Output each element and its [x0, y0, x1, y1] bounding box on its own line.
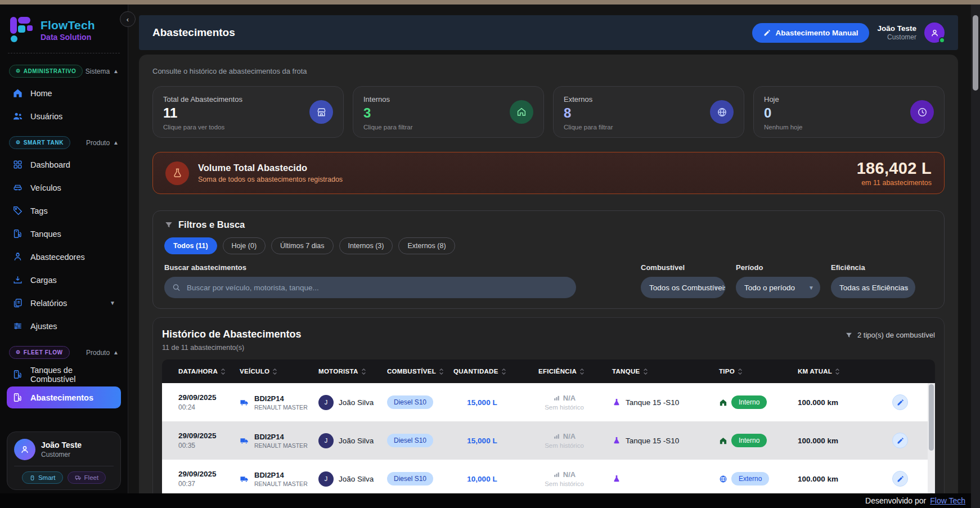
selected-value: Todas as Eficiências: [839, 284, 908, 292]
home-icon: [719, 398, 727, 407]
chip-hoje[interactable]: Hoje (0): [223, 237, 266, 254]
column-header-km-atual[interactable]: KM ATUAL: [792, 368, 865, 375]
sidebar-section-smart-tank[interactable]: ⚙SMART TANK Produto▲: [9, 136, 119, 149]
chevron-up-icon: ▲: [113, 140, 119, 146]
column-header-combustivel[interactable]: COMBUSTÍVEL: [381, 368, 448, 375]
page-scrollbar[interactable]: [971, 0, 980, 508]
person-icon: [930, 28, 939, 38]
table-scrollbar[interactable]: ▼: [928, 383, 935, 493]
row-date: 29/09/2025: [178, 470, 234, 478]
smart-product-button[interactable]: Smart: [22, 471, 63, 484]
home-icon: [12, 88, 23, 98]
flow-tech-link[interactable]: Flow Tech: [930, 496, 965, 505]
abastecimento-manual-button[interactable]: Abastecimento Manual: [752, 23, 869, 43]
sidebar-item-tags[interactable]: Tags: [7, 200, 121, 222]
tag-icon: [12, 205, 23, 216]
sidebar-item-cargas[interactable]: Cargas: [7, 269, 121, 291]
fuel-badge: Diesel S10: [387, 395, 433, 409]
column-header-tipo[interactable]: TIPO: [713, 368, 792, 375]
selected-value: Todo o período: [744, 284, 795, 292]
sidebar-item-home[interactable]: Home: [7, 82, 121, 104]
eficiencia-select[interactable]: Todas as Eficiências ▼: [831, 277, 915, 298]
fuel-pump-icon: [12, 369, 23, 380]
sidebar-item-relatorios[interactable]: Relatórios ▼: [7, 292, 121, 314]
chevron-down-icon: ▼: [808, 285, 814, 291]
stat-card-hoje[interactable]: Hoje 0 Nenhum hoje: [753, 86, 945, 138]
combustivel-label: Combustível: [641, 263, 725, 272]
combustivel-select[interactable]: Todos os Combustíveis ▼: [641, 277, 725, 298]
efficiency-note: Sem histórico: [522, 404, 606, 411]
car-icon: [12, 182, 23, 193]
stat-value: 0: [764, 105, 934, 121]
sort-icon: [835, 368, 840, 375]
chevron-up-icon: ▲: [113, 349, 119, 356]
efficiency-value: N/A: [563, 394, 576, 402]
sidebar-item-label: Relatórios: [30, 299, 67, 308]
sidebar-section-fleet-flow[interactable]: ⚙FLEET FLOW Produto▲: [9, 346, 119, 359]
sidebar-section-administrativo[interactable]: ⚙ADMINISTRATIVO Sistema▲: [9, 65, 119, 78]
sidebar-item-tanques-combustivel[interactable]: Tanques de Combustível: [7, 363, 121, 385]
funnel-icon: [164, 221, 173, 230]
sidebar-item-tanques[interactable]: Tanques: [7, 223, 121, 245]
chip-todos[interactable]: Todos (11): [164, 237, 217, 254]
driver-avatar: J: [318, 395, 334, 410]
sidebar-item-abastecedores[interactable]: Abastecedores: [7, 246, 121, 268]
sort-icon: [501, 368, 506, 375]
sidebar-collapse-button[interactable]: ‹: [120, 11, 136, 27]
column-header-motorista[interactable]: MOTORISTA: [313, 368, 381, 375]
stat-card-externos[interactable]: Externos 8 Clique para filtrar: [553, 86, 744, 138]
stat-card-internos[interactable]: Internos 3 Clique para filtrar: [353, 86, 544, 138]
sidebar-item-abastecimentos[interactable]: Abastecimentos: [7, 386, 121, 408]
edit-button[interactable]: [892, 471, 908, 487]
sidebar-item-usuarios[interactable]: Usuários: [7, 105, 121, 127]
header-avatar[interactable]: [924, 23, 945, 43]
table-row[interactable]: 29/09/202500:37 BDI2P14RENAULT MASTER JJ…: [162, 460, 935, 493]
edit-button[interactable]: [892, 394, 908, 410]
column-header-data-hora[interactable]: DATA/HORA: [162, 368, 234, 375]
column-header-veiculo[interactable]: VEÍCULO: [234, 368, 313, 375]
vehicle-plate: BDI2P14: [254, 433, 308, 441]
sort-icon: [643, 368, 648, 375]
sidebar-item-dashboard[interactable]: Dashboard: [7, 154, 121, 176]
chevron-down-icon: ▼: [903, 285, 909, 291]
column-header-eficiencia[interactable]: EFICIÊNCIA: [516, 368, 606, 375]
edit-button[interactable]: [892, 433, 908, 448]
fleet-label: Fleet: [84, 474, 99, 481]
chip-externos[interactable]: Externos (8): [398, 237, 455, 254]
chip-internos[interactable]: Internos (3): [339, 237, 393, 254]
sidebar: FlowTech Data Solution ⚙ADMINISTRATIVO S…: [0, 5, 128, 493]
sidebar-item-ajustes[interactable]: Ajustes: [7, 315, 121, 337]
history-count: 11 de 11 abastecimento(s): [162, 344, 301, 352]
type-badge: Externo: [731, 472, 769, 485]
filters-card: Filtros e Busca Todos (11) Hoje (0) Últi…: [152, 210, 945, 309]
row-time: 00:35: [178, 442, 234, 449]
column-header-quantidade[interactable]: QUANTIDADE: [448, 368, 516, 375]
sort-icon: [738, 368, 743, 375]
periodo-select[interactable]: Todo o período ▼: [736, 277, 820, 298]
brand-logo: FlowTech Data Solution: [7, 5, 121, 53]
chip-ultimos-7-dias[interactable]: Últimos 7 dias: [271, 237, 334, 254]
fleet-product-button[interactable]: Fleet: [68, 471, 106, 484]
sort-icon: [272, 368, 277, 375]
tank-name: Tanque 15 -S10: [626, 398, 679, 407]
content-subtitle: Consulte o histórico de abastecimentos d…: [152, 67, 945, 75]
action-label: Abastecimento Manual: [775, 29, 858, 37]
fuel-pump-icon: [12, 228, 23, 239]
history-section: Histórico de Abastecimentos 11 de 11 aba…: [152, 317, 945, 493]
chevron-down-icon: ▼: [713, 285, 719, 291]
efficiency-note: Sem histórico: [522, 442, 606, 449]
tank-name: Tanque 15 -S10: [626, 437, 679, 445]
filter-chips: Todos (11) Hoje (0) Últimos 7 dias Inter…: [164, 237, 933, 254]
table-row[interactable]: 29/09/202500:24 BDI2P14RENAULT MASTER JJ…: [162, 383, 935, 421]
page-scrollbar-thumb[interactable]: [973, 15, 978, 91]
search-input[interactable]: [164, 277, 576, 298]
stat-card-total[interactable]: Total de Abastecimentos 11 Clique para v…: [152, 86, 344, 138]
quantity: 15,000 L: [467, 437, 497, 445]
sidebar-item-veiculos[interactable]: Veículos: [7, 177, 121, 199]
sidebar-user-card[interactable]: João Teste Customer Smart Fleet: [7, 431, 121, 490]
users-icon: [12, 111, 23, 122]
header-user-role: Customer: [877, 33, 916, 41]
table-row[interactable]: 29/09/202500:35 BDI2P14RENAULT MASTER JJ…: [162, 421, 935, 460]
table-scrollbar-thumb[interactable]: [929, 384, 934, 451]
column-header-tanque[interactable]: TANQUE: [606, 368, 713, 375]
